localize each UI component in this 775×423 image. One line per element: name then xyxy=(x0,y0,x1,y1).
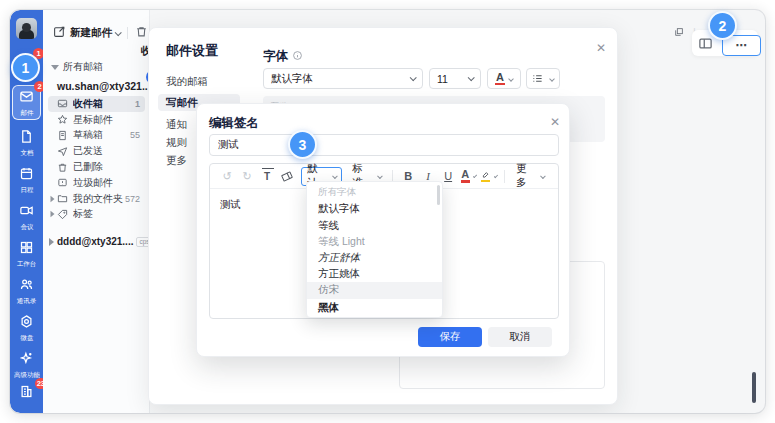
toolbar-divider xyxy=(504,170,505,183)
folder-label: 标签 xyxy=(73,207,93,221)
font-menu-item-dengxian-light[interactable]: 等线 Light xyxy=(307,233,442,249)
more-formatting-dropdown[interactable]: 更多 xyxy=(512,167,549,186)
scrollbar-thumb[interactable] xyxy=(752,372,756,403)
folder-item-deleted[interactable]: 已删除 xyxy=(48,159,145,175)
folder-count: 572 xyxy=(125,194,140,204)
chevron-down-icon xyxy=(468,74,475,81)
font-menu-item-heiti[interactable]: 黑体 xyxy=(307,299,442,315)
annotation-step-2: 2 xyxy=(708,11,737,40)
video-meeting-icon xyxy=(19,203,34,222)
secondary-account[interactable]: dddd@xty321.... cps xyxy=(49,236,153,247)
annotation-step-1: 1 xyxy=(11,53,40,82)
chevron-down-icon xyxy=(115,29,122,36)
reading-pane-icon[interactable] xyxy=(698,36,713,51)
popout-icon[interactable] xyxy=(674,23,684,41)
triangle-right-icon xyxy=(51,211,55,217)
list-format-button[interactable] xyxy=(526,68,560,89)
font-menu-item-dengxian[interactable]: 等线 xyxy=(307,217,442,233)
font-section-heading: 字体 xyxy=(263,48,288,65)
font-menu-item-fangzheng-shuti[interactable]: 方正舒体 xyxy=(307,250,442,266)
cancel-button[interactable]: 取消 xyxy=(488,327,552,347)
highlight-color-button[interactable] xyxy=(481,167,497,186)
folder-item-sent[interactable]: 已发送 xyxy=(48,143,145,159)
sidebar-item-label: 通讯录 xyxy=(17,296,36,304)
trash-icon xyxy=(57,162,68,173)
menu-scrollbar-thumb[interactable] xyxy=(437,185,440,205)
font-color-button[interactable]: A xyxy=(487,68,521,89)
chevron-down-icon xyxy=(473,174,477,178)
sidebar-item-label: 工作台 xyxy=(17,259,36,267)
chevron-down-icon xyxy=(549,76,555,82)
highlight-color-swatch xyxy=(481,180,490,183)
secondary-account-email: dddd@xty321.... xyxy=(57,236,133,247)
sidebar-item-contacts[interactable]: 通讯录 xyxy=(12,277,41,305)
font-size-select[interactable]: 11 xyxy=(429,68,481,89)
clear-format-icon[interactable] xyxy=(280,167,295,186)
folder-item-starred[interactable]: 星标邮件 xyxy=(48,112,145,128)
sidebar-item-advanced[interactable]: 高级功能 xyxy=(12,351,41,379)
folder-count: 55 xyxy=(130,130,140,140)
sidebar-item-label: 高级功能 xyxy=(14,370,40,378)
chevron-down-icon xyxy=(493,174,497,178)
sidebar-item-label: 文档 xyxy=(20,148,33,156)
sidebar-item-workbench[interactable]: 工作台 xyxy=(12,240,41,268)
undo-icon[interactable]: ↺ xyxy=(220,167,235,186)
font-color-letter: A xyxy=(496,72,504,82)
folder-label: 已删除 xyxy=(73,160,103,174)
folder-label: 草稿箱 xyxy=(73,128,103,142)
font-menu-item-fangsong[interactable]: 仿宋 xyxy=(307,282,442,298)
sidebar-item-organization[interactable]: 23 xyxy=(12,384,41,403)
folder-item-labels[interactable]: 标签 xyxy=(48,207,145,223)
save-button[interactable]: 保存 xyxy=(418,327,482,347)
sidebar-item-docs[interactable]: 文档 xyxy=(12,129,41,157)
compose-label: 新建邮件 xyxy=(70,26,112,40)
sidebar-item-calendar[interactable]: 日程 xyxy=(12,166,41,194)
folder-count: 1 xyxy=(135,99,140,109)
sidebar-item-drive[interactable]: 微盘 xyxy=(12,314,41,342)
signature-name-input[interactable] xyxy=(209,134,559,156)
folder-label: 星标邮件 xyxy=(73,113,113,127)
sidebar-item-mail[interactable]: 邮件 2 xyxy=(12,85,41,120)
format-painter-icon[interactable]: T xyxy=(260,167,275,186)
hexagon-drive-icon xyxy=(19,314,34,333)
user-avatar[interactable] xyxy=(16,18,37,39)
sparkle-icon xyxy=(19,351,34,370)
sidebar-item-label: 微盘 xyxy=(20,333,33,341)
building-icon xyxy=(19,384,34,403)
trash-icon[interactable] xyxy=(135,24,148,42)
underline-button[interactable]: U xyxy=(441,167,456,186)
font-family-select[interactable]: 默认字体 xyxy=(263,68,423,89)
star-icon xyxy=(57,114,68,125)
chevron-down-icon xyxy=(541,173,546,178)
font-menu-item-fangzheng-yaoti[interactable]: 方正姚体 xyxy=(307,266,442,282)
text-color-swatch xyxy=(461,180,470,183)
sidebar-item-label: 会议 xyxy=(20,222,33,230)
grid-icon xyxy=(19,240,34,259)
font-color-swatch xyxy=(495,83,505,86)
chevron-down-icon xyxy=(410,74,417,81)
folder-item-drafts[interactable]: 草稿箱 55 xyxy=(48,128,145,144)
folder-item-my-folders[interactable]: 我的文件夹 572 xyxy=(48,191,145,207)
font-menu-header: 所有字体 xyxy=(307,184,442,200)
redo-icon[interactable]: ↻ xyxy=(240,167,255,186)
all-mailboxes-toggle[interactable]: 所有邮箱 xyxy=(51,60,103,74)
text-color-button[interactable]: A xyxy=(461,167,476,186)
calendar-icon xyxy=(19,166,34,185)
settings-menu-my-mailbox[interactable]: 我的邮箱 xyxy=(158,73,240,90)
account-email[interactable]: wu.shan@xty321.... xyxy=(57,80,154,92)
compose-button[interactable]: 新建邮件 xyxy=(53,24,120,42)
folder-icon xyxy=(57,193,68,204)
signature-close-icon[interactable]: ✕ xyxy=(550,116,560,128)
more-formatting-label: 更多 xyxy=(516,162,534,190)
mail-icon xyxy=(19,89,34,108)
sidebar-item-meeting[interactable]: 会议 xyxy=(12,203,41,231)
folder-item-inbox[interactable]: 收件箱 1 xyxy=(48,96,145,112)
folder-item-spam[interactable]: 垃圾邮件 xyxy=(48,175,145,191)
settings-close-icon[interactable]: ✕ xyxy=(596,42,606,54)
highlighter-icon xyxy=(481,170,491,179)
annotation-step-3: 3 xyxy=(288,130,317,159)
sidebar-item-label: 邮件 xyxy=(20,108,33,116)
toolbar-divider xyxy=(127,27,128,39)
app-window: 1 邮件 2 文档 xyxy=(10,10,765,413)
font-menu-item-default[interactable]: 默认字体 xyxy=(307,200,442,216)
